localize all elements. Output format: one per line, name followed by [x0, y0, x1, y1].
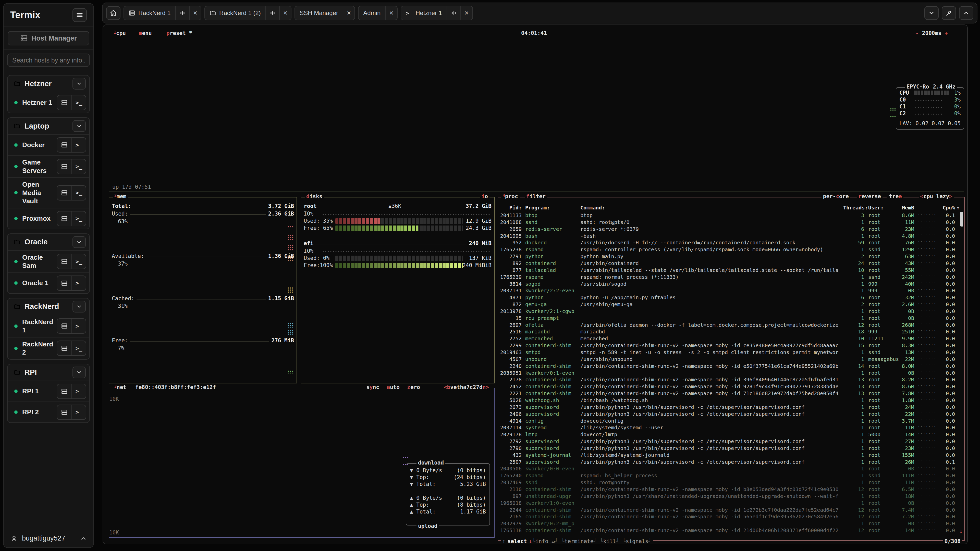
process-row[interactable]: 877tailscaled/usr/sbin/tailscaled --stat…	[498, 267, 964, 274]
host-manager-icon-button[interactable]	[57, 254, 72, 268]
process-row[interactable]: 2035951kworker/0:1-even1root0B·······0.0	[498, 370, 964, 377]
process-row[interactable]: 2697ofelia/usr/bin/ofelia daemon --docke…	[498, 322, 964, 329]
host-manager-icon-button[interactable]	[57, 341, 72, 355]
proc-tree-toggle[interactable]: tree	[887, 193, 904, 200]
host-row[interactable]: Game Servers>_	[8, 155, 89, 177]
process-row[interactable]: 1765238rspamdrspamd: controller process …	[498, 246, 964, 253]
host-terminal-button[interactable]: >_	[72, 159, 86, 174]
host-terminal-button[interactable]: >_	[72, 211, 86, 226]
tab-label-segment[interactable]: RackNerd 1	[124, 6, 175, 20]
process-row[interactable]: 2110containerd-shim/usr/bin/containerd-s…	[498, 486, 964, 493]
process-row[interactable]: 2178containerd-shim/usr/bin/containerd-s…	[498, 376, 964, 383]
process-row[interactable]: 952dockerd/usr/bin/dockerd -H fd:// --co…	[498, 240, 964, 246]
process-row[interactable]: 1765118containerd-shim/usr/bin/container…	[498, 527, 964, 534]
refresh-rate-control[interactable]: - 2000ms +	[914, 30, 950, 36]
host-row[interactable]: RPI 2>_	[8, 402, 89, 422]
process-row[interactable]: 2792supervisord/usr/bin/python3 /usr/bin…	[498, 438, 964, 445]
host-group-header[interactable]: RPI	[8, 364, 89, 381]
host-manager-icon-button[interactable]	[57, 186, 72, 200]
tools-button[interactable]	[942, 6, 956, 20]
process-row[interactable]: 1965018kworker/1:0-even1root0B·······0.0	[498, 500, 964, 507]
host-row[interactable]: Proxmox>_	[8, 208, 89, 229]
menu-button[interactable]	[73, 8, 87, 22]
proc-filter-button[interactable]: filter	[525, 193, 547, 200]
process-row[interactable]: 2244containerd-shim/usr/bin/containerd-s…	[498, 507, 964, 514]
tab-split-button[interactable]	[175, 6, 189, 20]
host-row[interactable]: RackNerd 1>_	[8, 315, 89, 337]
tab-close-button[interactable]: ×	[279, 6, 291, 20]
host-manager-icon-button[interactable]	[57, 138, 72, 152]
search-input[interactable]	[7, 54, 90, 67]
host-manager-icon-button[interactable]	[57, 276, 72, 290]
host-row[interactable]: Open Media Vault>_	[8, 177, 89, 208]
process-row[interactable]: 2019463smtpdsmtpd -n 589 -t inet -u -o s…	[498, 349, 964, 356]
tab-label-segment[interactable]: Admin	[359, 6, 385, 20]
host-row[interactable]: RPI 1>_	[8, 381, 89, 402]
tab-close-button[interactable]: ×	[189, 6, 201, 20]
process-row[interactable]: 5028watchdog.sh/bin/bash /watchdog.sh1ro…	[498, 397, 964, 404]
tab-label-segment[interactable]: >_Hetzner 1	[401, 6, 447, 20]
net-iface-switcher[interactable]: <b vetha7c27d n>	[442, 384, 490, 390]
host-manager-icon-button[interactable]	[57, 384, 72, 399]
host-manager-icon-button[interactable]	[57, 405, 72, 419]
process-row[interactable]: 2029178lmtpdovecot/lmtp1500014M·······0.…	[498, 431, 964, 438]
cpu-menu-button[interactable]: menu	[137, 30, 153, 36]
process-row[interactable]: 15rcu_preempt1root0B·······0.0	[498, 315, 964, 322]
group-collapse-button[interactable]	[73, 78, 86, 89]
process-row[interactable]: 2037131kworker/2:2-even19990B·······0.0	[498, 287, 964, 294]
process-row[interactable]: 2165containerd-shim/usr/bin/containerd-s…	[498, 513, 964, 520]
process-row[interactable]: 892containerd/usr/bin/containerd24root43…	[498, 260, 964, 267]
process-row[interactable]: 4871pythonpython -u /app/main.py nftable…	[498, 294, 964, 301]
process-row[interactable]: 2037114systemd/lib/systemd/systemd --use…	[498, 424, 964, 431]
process-row[interactable]: 2041133btopbtop3root8.6M·······0.1	[498, 212, 964, 219]
host-manager-button[interactable]: Host Manager	[8, 31, 89, 45]
host-terminal-button[interactable]: >_	[72, 276, 86, 290]
host-manager-icon-button[interactable]	[57, 319, 72, 333]
process-row[interactable]: 2299containerd-shim/usr/bin/containerd-s…	[498, 342, 964, 349]
process-row[interactable]: 4914configdovecot/config1root3.7M·······…	[498, 418, 964, 425]
process-row[interactable]: 1765240rspamdrspamd: hs_helper process1s…	[498, 472, 964, 479]
host-terminal-button[interactable]: >_	[72, 95, 86, 110]
host-group-header[interactable]: Laptop	[8, 118, 89, 134]
process-row[interactable]: 2221containerd-shim/usr/bin/containerd-s…	[498, 390, 964, 397]
host-group-header[interactable]: RackNerd	[8, 299, 89, 315]
proc-percore-toggle[interactable]: per-core	[821, 193, 850, 200]
process-row[interactable]: 1765239rspamdrspamd: normal process (*:1…	[498, 274, 964, 281]
host-manager-icon-button[interactable]	[57, 95, 72, 110]
process-row[interactable]: 2041095bash-bash1root4.8M·······0.0	[498, 233, 964, 240]
process-row[interactable]: 2507supervisord/usr/bin/python3 /usr/bin…	[498, 459, 964, 466]
host-row[interactable]: Oracle Sam>_	[8, 250, 89, 272]
process-row[interactable]: 4507unbound/usr/sbin/unbound1messagebus2…	[498, 356, 964, 363]
net-auto-toggle[interactable]: auto	[385, 384, 401, 390]
host-manager-icon-button[interactable]	[57, 211, 72, 226]
host-terminal-button[interactable]: >_	[72, 341, 86, 355]
process-row[interactable]: 2041088sshdsshd: root@pts/01root11M·····…	[498, 219, 964, 226]
host-manager-icon-button[interactable]	[57, 159, 72, 174]
host-row[interactable]: Docker>_	[8, 134, 89, 155]
chevron-up-icon[interactable]	[80, 535, 87, 542]
proc-footer-actions[interactable]: ↑ select ↓ └info ↵┘ └terminate┘ └kill┘ └…	[501, 538, 653, 545]
cpu-preset-button[interactable]: preset *	[165, 30, 194, 36]
tab-split-button[interactable]	[266, 6, 279, 20]
tab-close-button[interactable]: ×	[385, 6, 397, 20]
tab-close-button[interactable]: ×	[460, 6, 472, 20]
process-row[interactable]: 872qemu-ga/usr/sbin/qemu-ga2root2.6M····…	[498, 301, 964, 308]
process-row[interactable]: 2032979kworker/0:2-mm_p1root0B·······0.0	[498, 520, 964, 527]
process-row[interactable]: 432systemd-journal/lib/systemd/systemd-j…	[498, 452, 964, 459]
tab-split-button[interactable]	[447, 6, 460, 20]
host-terminal-button[interactable]: >_	[72, 319, 86, 333]
process-row[interactable]: 2452containerd-shim/usr/bin/containerd-s…	[498, 383, 964, 390]
process-row[interactable]: 897unattended-upgr/usr/bin/python3 /usr/…	[498, 493, 964, 500]
tab-label-segment[interactable]: RackNerd 1 (2)	[205, 6, 266, 20]
terminal-view[interactable]: 1cpu menu preset * 04:01:41 - 2000ms + u…	[103, 24, 968, 545]
host-group-header[interactable]: Oracle	[8, 234, 89, 250]
process-row[interactable]: 2037469sshdsshd: root@notty1root11M·····…	[498, 479, 964, 486]
home-button[interactable]	[106, 6, 121, 20]
process-row[interactable]: 2673supervisord/usr/bin/python3 /usr/bin…	[498, 404, 964, 411]
host-row[interactable]: Hetzner 1>_	[8, 92, 89, 113]
net-zero-toggle[interactable]: zero	[406, 384, 422, 390]
scroll-up-button[interactable]	[959, 6, 974, 20]
host-group-header[interactable]: Hetzner	[8, 76, 89, 92]
host-terminal-button[interactable]: >_	[72, 405, 86, 419]
user-footer[interactable]: bugattiguy527	[3, 529, 94, 548]
